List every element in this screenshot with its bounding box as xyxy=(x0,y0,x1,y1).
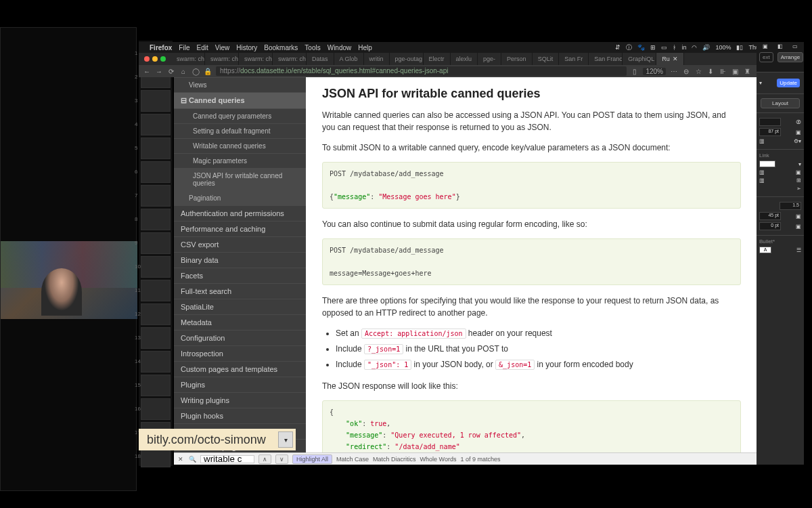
browser-tab[interactable]: San Franc xyxy=(589,53,623,65)
sidebar-item[interactable]: ⊟ Canned queries xyxy=(174,92,306,108)
sidebar-item[interactable]: Magic parameters xyxy=(174,153,306,168)
pt-input[interactable]: 0 pt xyxy=(759,222,781,230)
browser-tab[interactable]: swarm: ch xyxy=(273,53,307,65)
menu-view[interactable]: View xyxy=(215,44,230,51)
browser-tabstrip[interactable]: swarm: chswarm: chswarm: chswarm: chData… xyxy=(139,53,804,65)
find-input[interactable] xyxy=(200,455,254,463)
sidebar-item[interactable]: Facets xyxy=(174,268,306,283)
sidebar-item[interactable]: Writing plugins xyxy=(174,392,306,408)
browser-tab[interactable]: pge-outag xyxy=(390,53,424,65)
sidebar-item[interactable]: Binary data xyxy=(174,252,306,268)
close-window-icon[interactable] xyxy=(144,56,150,62)
zoom-level[interactable]: 120% xyxy=(643,68,666,75)
browser-tab[interactable]: SQLit xyxy=(533,53,560,65)
layout-button[interactable]: Layout xyxy=(761,98,800,108)
browser-tab[interactable]: alexlu xyxy=(451,53,478,65)
sidebar-item[interactable]: Performance and caching xyxy=(174,221,306,236)
wifi-icon[interactable]: ◠ xyxy=(692,44,697,51)
sidebar-item[interactable]: Writable canned queries xyxy=(174,138,306,153)
banner-dropdown-icon[interactable]: ▾ xyxy=(278,431,293,448)
browser-tab[interactable]: swarm: ch xyxy=(171,53,205,65)
browser-tab[interactable]: Electr xyxy=(424,53,451,65)
toolbar-icon[interactable]: ▭ xyxy=(792,43,798,49)
menu-file[interactable]: File xyxy=(179,44,189,51)
sidebar-item[interactable]: Introspection xyxy=(174,345,306,361)
back-button[interactable]: ← xyxy=(143,68,151,75)
downloads-icon[interactable]: ⬇ xyxy=(706,68,715,75)
toolbar-icon[interactable]: ◧ xyxy=(777,43,783,49)
toolbar-icon[interactable]: ▣ xyxy=(763,43,768,49)
bookmark-icon[interactable]: ☆ xyxy=(694,68,702,75)
match-diacritics-toggle[interactable]: Match Diacritics xyxy=(373,456,416,463)
pocket-icon[interactable]: ⊖ xyxy=(682,68,690,75)
sidebar-item[interactable]: JSON API for writable canned queries xyxy=(174,168,306,190)
sidebar-item[interactable]: Configuration xyxy=(174,330,306,345)
browser-tab[interactable]: San Fr xyxy=(559,53,589,65)
find-next-button[interactable]: ∨ xyxy=(275,454,288,464)
app-name[interactable]: Firefox xyxy=(150,44,172,51)
browser-tab[interactable]: A Glob xyxy=(334,53,364,65)
update-button[interactable]: Update xyxy=(777,79,800,87)
close-findbar-button[interactable]: ✕ xyxy=(177,456,185,463)
sidebar-item[interactable]: Plugins xyxy=(174,377,306,392)
find-prev-button[interactable]: ∧ xyxy=(258,454,271,464)
forward-button[interactable]: → xyxy=(155,68,163,75)
linkedin-icon[interactable]: in xyxy=(681,44,686,51)
slide-thumbnails[interactable]: 1 2 3 4 5 6 7 8 9 10 11 12 13 14 15 16 1… xyxy=(139,41,173,466)
pt-input[interactable]: 45 pt xyxy=(759,212,781,220)
browser-tab[interactable]: pge- xyxy=(478,53,501,65)
x-input[interactable]: 1.5 xyxy=(780,202,801,210)
battery-icon[interactable]: ▮▯ xyxy=(736,44,743,51)
minimize-window-icon[interactable] xyxy=(152,56,158,62)
menu-help[interactable]: Help xyxy=(358,44,372,51)
sidebar-item[interactable]: Metadata xyxy=(174,314,306,330)
sidebar-item[interactable]: SpatiaLite xyxy=(174,299,306,314)
menu-history[interactable]: History xyxy=(236,44,257,51)
shield-icon[interactable]: ◯ xyxy=(191,68,200,75)
docs-sidebar[interactable]: Views⊟ Canned queriesCanned query parame… xyxy=(174,77,306,452)
reload-button[interactable]: ⟳ xyxy=(167,68,175,75)
font-swatch[interactable]: A xyxy=(759,247,771,253)
sidebar-item[interactable]: Setting a default fragment xyxy=(174,123,306,138)
grid-icon[interactable]: ⊞ xyxy=(650,44,656,51)
sidebar-item[interactable]: Views xyxy=(174,77,306,92)
battery-status[interactable]: 100% xyxy=(715,44,731,51)
bluetooth-icon[interactable]: ᚼ xyxy=(673,44,676,51)
pt-input[interactable]: 87 pt xyxy=(759,128,781,136)
reader-icon[interactable]: ▯ xyxy=(631,68,639,75)
sidebar-item[interactable]: CSV export xyxy=(174,236,306,252)
menu-bookmarks[interactable]: Bookmarks xyxy=(264,44,298,51)
url-input[interactable]: https://docs.datasette.io/en/stable/sql_… xyxy=(216,66,627,76)
sidebar-item[interactable]: Full-text search xyxy=(174,283,306,299)
more-icon[interactable]: ⋯ xyxy=(670,68,678,75)
browser-tab[interactable]: writin xyxy=(364,53,390,65)
menu-window[interactable]: Window xyxy=(328,44,352,51)
bear-icon[interactable]: 🐾 xyxy=(637,44,645,51)
close-tab-icon[interactable]: ✕ xyxy=(673,56,678,62)
browser-tab[interactable]: Ru✕ xyxy=(656,53,684,65)
extension-icon[interactable]: ♜ xyxy=(743,68,751,75)
library-icon[interactable]: ⊪ xyxy=(719,68,727,75)
browser-tab[interactable]: GraphiQL xyxy=(623,53,656,65)
home-button[interactable]: ⌂ xyxy=(179,68,187,75)
sidebar-item[interactable]: Authentication and permissions xyxy=(174,205,306,221)
match-case-toggle[interactable]: Match Case xyxy=(336,456,369,463)
sidebar-item[interactable]: Custom pages and templates xyxy=(174,361,306,377)
menu-edit[interactable]: Edit xyxy=(196,44,208,51)
screenshot-icon[interactable]: ▣ xyxy=(731,68,739,75)
browser-tab[interactable]: swarm: ch xyxy=(239,53,273,65)
sidebar-item[interactable]: Canned query parameters xyxy=(174,108,306,123)
arrange-tab[interactable]: Arrange xyxy=(777,52,803,62)
color-swatch[interactable] xyxy=(759,161,775,167)
macos-menubar[interactable]: Firefox File Edit View History Bookmarks… xyxy=(139,42,804,53)
browser-tab[interactable]: swarm: ch xyxy=(205,53,239,65)
sidebar-item[interactable]: Pagination xyxy=(174,190,306,205)
chevron-down-icon[interactable]: ▾ xyxy=(759,80,762,86)
browser-tab[interactable]: Datas xyxy=(307,53,334,65)
whole-words-toggle[interactable]: Whole Words xyxy=(420,456,457,463)
gear-icon[interactable]: ⚙▾ xyxy=(794,138,801,144)
volume-icon[interactable]: 🔊 xyxy=(702,44,710,51)
dropbox-icon[interactable]: ⇵ xyxy=(615,44,621,51)
window-controls[interactable] xyxy=(139,56,171,62)
menu-tools[interactable]: Tools xyxy=(304,44,320,51)
